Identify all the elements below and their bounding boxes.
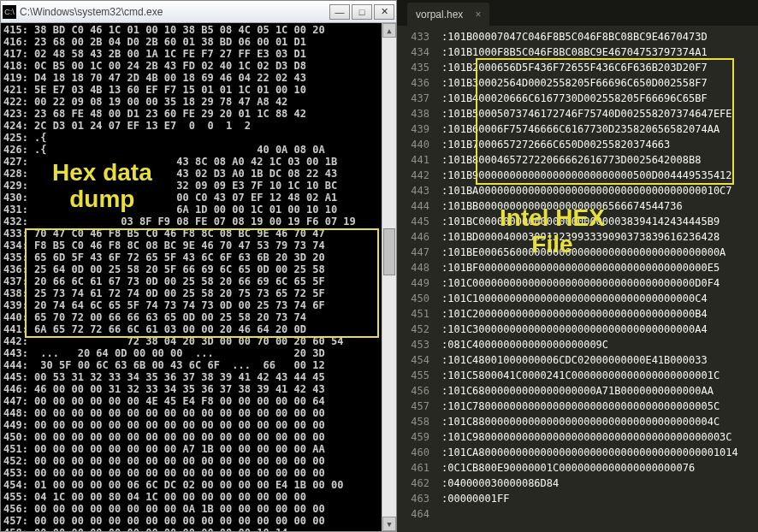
cmd-window: C:\ C:\Windows\system32\cmd.exe — □ ✕ 41… bbox=[0, 0, 397, 532]
scrollbar[interactable]: ▲ ▼ bbox=[382, 23, 396, 531]
cmd-output: 415: 38 BD C0 46 1C 01 00 10 38 B5 08 4C… bbox=[1, 23, 382, 531]
line-number-gutter: 4334344354364374384394404414424434444454… bbox=[397, 26, 436, 532]
scroll-up-icon[interactable]: ▲ bbox=[382, 23, 396, 38]
titlebar: C:\ C:\Windows\system32\cmd.exe — □ ✕ bbox=[1, 1, 396, 23]
scroll-down-icon[interactable]: ▼ bbox=[382, 517, 396, 531]
minimize-button[interactable]: — bbox=[329, 4, 350, 20]
window-title: C:\Windows\system32\cmd.exe bbox=[20, 6, 328, 18]
editor-pane: vorpal.hex × 433434435436437438439440441… bbox=[397, 0, 758, 532]
tab-bar: vorpal.hex × bbox=[397, 0, 758, 26]
tab-vorpal-hex[interactable]: vorpal.hex × bbox=[407, 3, 489, 26]
code-area[interactable]: :101B00007047C046F8B5C046F8BC08BC9E46704… bbox=[436, 26, 758, 532]
tab-label: vorpal.hex bbox=[416, 9, 463, 21]
tab-close-icon[interactable]: × bbox=[475, 9, 481, 21]
scroll-thumb[interactable] bbox=[383, 228, 395, 275]
cmd-icon: C:\ bbox=[3, 5, 16, 19]
maximize-button[interactable]: □ bbox=[352, 4, 372, 20]
editor-body: 4334344354364374384394404414424434444454… bbox=[397, 26, 758, 532]
close-button[interactable]: ✕ bbox=[374, 4, 394, 20]
